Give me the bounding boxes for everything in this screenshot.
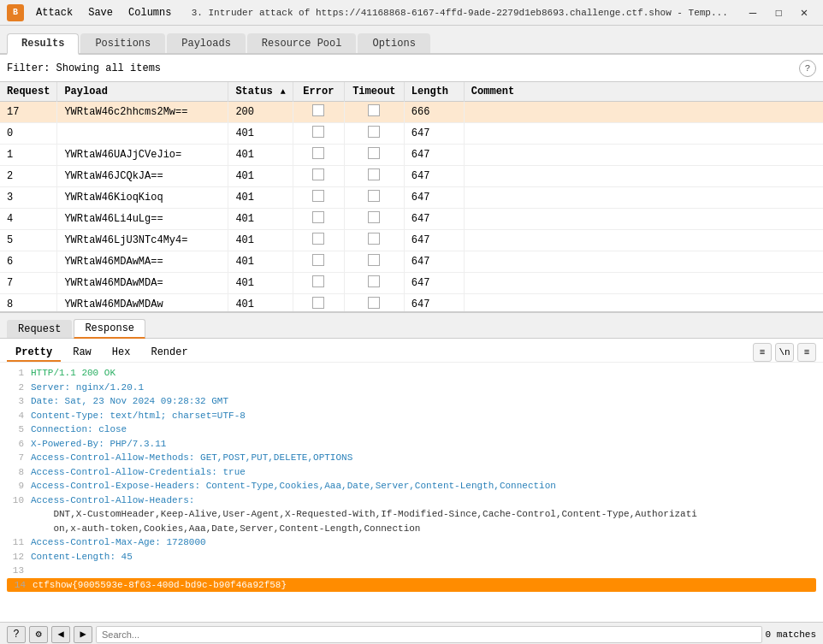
cell-payload: YWRtaW46UAJjCVeJio= [57, 145, 228, 166]
line-number: 2 [7, 381, 24, 395]
table-row[interactable]: 6 YWRtaW46MDAwMA== 401 647 [0, 251, 823, 273]
cell-comment [464, 209, 823, 230]
line-number: 12 [7, 550, 24, 564]
tab-options[interactable]: Options [358, 33, 429, 53]
line-number: 8 [7, 465, 24, 480]
col-header-length[interactable]: Length [404, 82, 464, 102]
viewtab-pretty[interactable]: Pretty [7, 345, 61, 362]
cell-length: 647 [404, 166, 464, 187]
line-number [7, 507, 24, 522]
table-row[interactable]: 7 YWRtaW46MDAwMDA= 401 647 [0, 273, 823, 294]
col-header-comment[interactable]: Comment [464, 82, 823, 102]
menu-columns[interactable]: Columns [121, 5, 178, 21]
menu-attack[interactable]: Attack [29, 5, 80, 21]
tab-results[interactable]: Results [7, 33, 79, 55]
cell-status: 401 [228, 209, 293, 230]
cell-timeout [344, 273, 404, 294]
cell-timeout [344, 209, 404, 230]
cell-length: 647 [404, 187, 464, 209]
cell-length: 647 [404, 273, 464, 294]
col-header-request[interactable]: Request [0, 82, 57, 102]
settings-button[interactable]: ⚙ [29, 626, 48, 643]
cell-request: 1 [0, 145, 57, 166]
viewtabbar: Pretty Raw Hex Render ≡ \n ≡ [0, 339, 823, 363]
subtab-request[interactable]: Request [7, 320, 72, 338]
help-circle-button[interactable]: ? [7, 626, 26, 643]
cell-error [293, 145, 344, 166]
cell-status: 401 [228, 187, 293, 209]
col-header-payload[interactable]: Payload [57, 82, 228, 102]
cell-request: 5 [0, 230, 57, 251]
cell-request: 7 [0, 273, 57, 294]
line-number: 14 [9, 578, 26, 593]
cell-error [293, 166, 344, 187]
response-content: 1HTTP/1.1 200 OK2Server: nginx/1.20.13Da… [0, 363, 823, 622]
cell-timeout [344, 187, 404, 209]
cell-length: 647 [404, 294, 464, 312]
table-row[interactable]: 1 YWRtaW46UAJjCVeJio= 401 647 [0, 145, 823, 166]
cell-timeout [344, 294, 404, 312]
tab-payloads[interactable]: Payloads [167, 33, 246, 53]
table-row[interactable]: 8 YWRtaW46MDAwMDAw 401 647 [0, 294, 823, 312]
viewtab-raw[interactable]: Raw [64, 345, 100, 362]
cell-error [293, 294, 344, 312]
menu-icon[interactable]: ≡ [797, 343, 816, 362]
searchbar: ? ⚙ ◀ ▶ 0 matches [0, 622, 823, 644]
format-icon[interactable]: ≡ [753, 343, 772, 362]
table-row[interactable]: 5 YWRtaW46LjU3NTc4My4= 401 647 [0, 230, 823, 251]
cell-error [293, 230, 344, 251]
table-body: 17 YWRtaW46c2hhcms2Mw== 200 666 0 401 64… [0, 102, 823, 312]
cell-status: 401 [228, 230, 293, 251]
cell-status: 401 [228, 123, 293, 145]
search-next-button[interactable]: ▶ [74, 626, 92, 643]
viewtab-hex[interactable]: Hex [104, 345, 139, 362]
cell-status: 200 [228, 102, 293, 123]
cell-timeout [344, 123, 404, 145]
menu-save[interactable]: Save [81, 5, 120, 21]
tab-resource-pool[interactable]: Resource Pool [247, 33, 357, 53]
cell-length: 647 [404, 123, 464, 145]
close-button[interactable]: ✕ [792, 4, 816, 21]
cell-request: 0 [0, 123, 57, 145]
col-header-error[interactable]: Error [293, 82, 344, 102]
table-header-row: Request Payload Status ▲ Error Timeout L… [0, 82, 823, 102]
minimize-button[interactable]: — [741, 4, 765, 21]
subtab-response[interactable]: Response [74, 319, 145, 339]
bottom-panel: Request Response Pretty Raw Hex Render ≡… [0, 311, 823, 622]
cell-timeout [344, 102, 404, 123]
table-row[interactable]: 2 YWRtaW46JCQkJA== 401 647 [0, 166, 823, 187]
cell-comment [464, 251, 823, 273]
cell-error [293, 102, 344, 123]
newline-icon[interactable]: \n [775, 343, 794, 362]
cell-error [293, 123, 344, 145]
col-header-timeout[interactable]: Timeout [344, 82, 404, 102]
cell-payload: YWRtaW46MDAwMDA= [57, 273, 228, 294]
matches-text: 0 matches [766, 629, 816, 640]
maximize-button[interactable]: ☐ [767, 4, 790, 21]
viewtab-render[interactable]: Render [142, 345, 196, 362]
cell-timeout [344, 145, 404, 166]
table-row[interactable]: 17 YWRtaW46c2hhcms2Mw== 200 666 [0, 102, 823, 123]
search-prev-button[interactable]: ◀ [51, 626, 70, 643]
cell-status: 401 [228, 166, 293, 187]
cell-comment [464, 102, 823, 123]
table-row[interactable]: 3 YWRtaW46KioqKioq 401 647 [0, 187, 823, 209]
results-table-container: Request Payload Status ▲ Error Timeout L… [0, 82, 823, 311]
col-header-status[interactable]: Status ▲ [228, 82, 293, 102]
window-title: 3. Intruder attack of https://41168868-6… [178, 8, 741, 18]
table-row[interactable]: 0 401 647 [0, 123, 823, 145]
filter-help-button[interactable]: ? [799, 60, 816, 77]
cell-comment [464, 145, 823, 166]
cell-length: 647 [404, 251, 464, 273]
search-input[interactable] [96, 626, 762, 643]
cell-error [293, 251, 344, 273]
line-number: 7 [7, 451, 24, 465]
results-table: Request Payload Status ▲ Error Timeout L… [0, 82, 823, 311]
cell-length: 647 [404, 209, 464, 230]
table-row[interactable]: 4 YWRtaW46Li4uLg== 401 647 [0, 209, 823, 230]
tab-positions[interactable]: Positions [80, 33, 165, 53]
cell-payload: YWRtaW46LjU3NTc4My4= [57, 230, 228, 251]
cell-payload: YWRtaW46Li4uLg== [57, 209, 228, 230]
cell-payload: YWRtaW46MDAwMA== [57, 251, 228, 273]
cell-request: 4 [0, 209, 57, 230]
